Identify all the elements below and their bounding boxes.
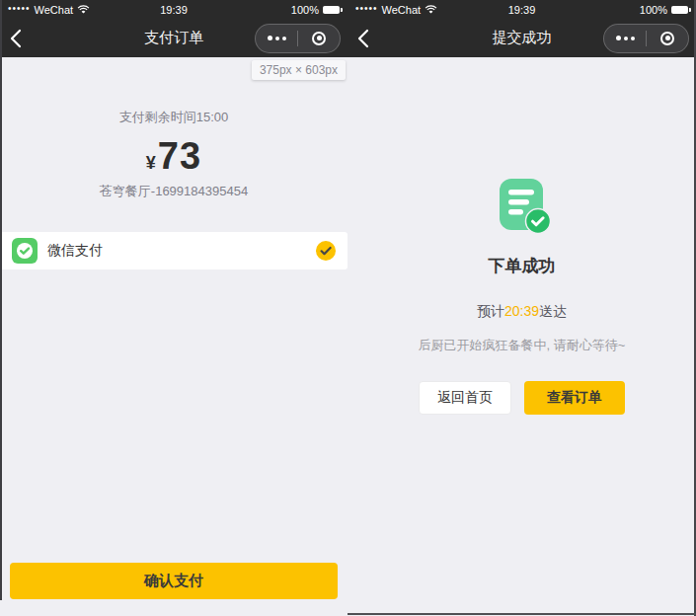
clock-label: 19:39 (160, 4, 188, 16)
amount-value: 73 (158, 135, 201, 177)
miniprogram-capsule (603, 24, 689, 53)
wechat-pay-icon (12, 238, 38, 264)
order-success-content: 下单成功 预计20:39送达 后厨已开始疯狂备餐中, 请耐心等待~ 返回首页 查… (348, 57, 696, 415)
wifi-icon (425, 5, 437, 15)
payment-method-label: 微信支付 (47, 242, 103, 260)
simulator-frame-left-border (0, 0, 2, 600)
eta-suffix: 送达 (539, 303, 567, 319)
exit-icon[interactable] (298, 32, 340, 45)
kitchen-note: 后厨已开始疯狂备餐中, 请耐心等待~ (348, 337, 696, 354)
price: ¥73 (0, 135, 348, 178)
back-icon[interactable] (10, 29, 22, 48)
battery-icon (323, 6, 340, 14)
eta-prefix: 预计 (477, 303, 504, 319)
page-title: 支付订单 (144, 29, 203, 47)
pay-order-content: 支付剩余时间15:00 ¥73 苍穹餐厅-1699184395454 微信支付 (0, 109, 348, 270)
nav-bar: 支付订单 (0, 19, 348, 57)
confirm-pay-button[interactable]: 确认支付 (10, 563, 338, 599)
carrier-label: WeChat (382, 4, 422, 16)
order-number-label: 苍穹餐厅-1699184395454 (0, 183, 348, 200)
view-order-button[interactable]: 查看订单 (524, 381, 625, 415)
nav-bar: 提交成功 (348, 19, 696, 57)
viewport-size-tooltip: 375px × 603px (252, 60, 346, 80)
back-icon[interactable] (357, 29, 369, 48)
devtools-stage: ••••• WeChat 19:39 100% 支付订单 375px × 603… (0, 0, 696, 616)
simulator-frame-bottom-border (348, 613, 696, 615)
status-bar: ••••• WeChat 19:39 100% (0, 0, 348, 19)
screen-submit-success: ••••• WeChat 19:39 100% 提交成功 (348, 0, 696, 616)
more-icon[interactable] (604, 36, 646, 40)
carrier-label: WeChat (35, 4, 74, 16)
countdown-label: 支付剩余时间15:00 (0, 109, 348, 126)
success-title: 下单成功 (348, 255, 696, 277)
wifi-icon (77, 5, 90, 15)
page-title: 提交成功 (493, 29, 552, 47)
eta-line: 预计20:39送达 (348, 303, 696, 321)
miniprogram-capsule (255, 24, 341, 53)
eta-time: 20:39 (504, 303, 539, 319)
signal-icon: ••••• (355, 4, 378, 14)
back-home-button[interactable]: 返回首页 (419, 381, 511, 415)
battery-percent-label: 100% (640, 4, 667, 16)
currency-symbol: ¥ (146, 153, 156, 173)
status-bar: ••••• WeChat 19:39 100% (348, 0, 696, 19)
screen-pay-order: ••••• WeChat 19:39 100% 支付订单 375px × 603… (0, 0, 348, 616)
clock-label: 19:39 (508, 4, 536, 16)
battery-icon (671, 6, 688, 14)
payment-method-row[interactable]: 微信支付 (0, 232, 348, 270)
exit-icon[interactable] (647, 32, 688, 45)
more-icon[interactable] (256, 36, 297, 40)
signal-icon: ••••• (8, 4, 31, 14)
order-success-icon (492, 178, 553, 241)
selected-check-icon (316, 241, 336, 261)
battery-percent-label: 100% (291, 4, 319, 16)
action-buttons: 返回首页 查看订单 (348, 381, 696, 415)
